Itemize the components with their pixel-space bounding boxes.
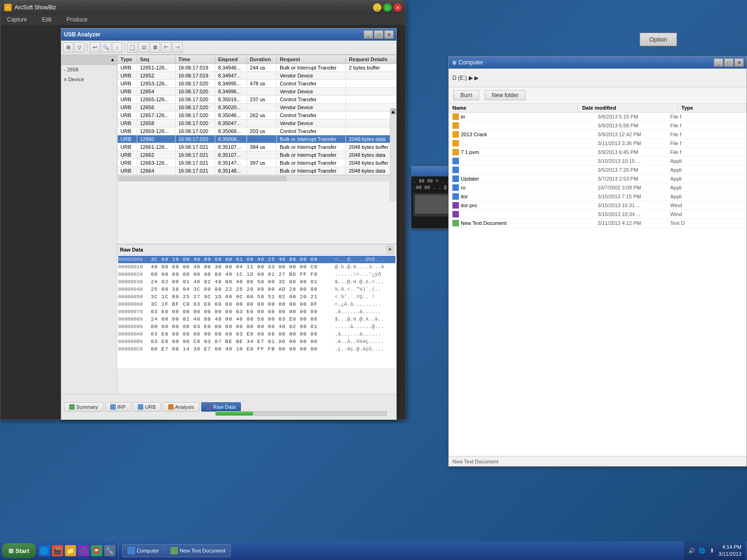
usb-table-scroll[interactable]: Type Seq Time Elapsed Duration Request R… bbox=[117, 55, 396, 269]
arcsoft-maximize-btn[interactable]: □ bbox=[383, 3, 392, 12]
table-row[interactable]: URB 12651-126... 16:06:17.019 8.34946...… bbox=[118, 64, 396, 72]
hex-row[interactable]: 00000050 3C 1C 80 25 27 9C 1D 60 0C 00 5… bbox=[118, 293, 395, 301]
toolbar-clip-btn[interactable]: 📋 bbox=[127, 42, 138, 53]
tray-network-icon[interactable]: 🌐 bbox=[698, 547, 705, 554]
arcsoft-menu-produce[interactable]: Produce bbox=[63, 15, 90, 24]
col-type[interactable]: Type bbox=[678, 104, 747, 112]
usb-minimize-btn[interactable]: _ bbox=[364, 30, 373, 39]
hex-row[interactable]: 00000040 25 08 38 04 3C 09 80 22 25 29 6… bbox=[118, 286, 395, 293]
usb-close-btn[interactable]: ✕ bbox=[384, 30, 394, 39]
hex-row[interactable]: 00000080 24 08 00 01 40 88 48 00 40 80 5… bbox=[118, 315, 395, 323]
tab-urb[interactable]: URB bbox=[133, 402, 161, 412]
hex-row[interactable]: 000000C0 80 E7 00 14 30 E7 00 40 10 E0 F… bbox=[118, 345, 395, 353]
col-request[interactable]: Request bbox=[277, 55, 346, 64]
ql-folder-icon[interactable]: 📁 bbox=[65, 545, 76, 556]
list-item[interactable]: 2013 Crack 3/9/2013 12:42 PM File f bbox=[449, 130, 747, 139]
col-seq[interactable]: Seq bbox=[137, 55, 175, 64]
table-row[interactable]: URB 12658 16:06:17.020 8.35047... Vendor… bbox=[118, 119, 396, 127]
hex-row[interactable]: 00000000 3C 08 10 00 40 09 60 00 01 09 4… bbox=[118, 256, 395, 263]
list-item[interactable]: 7 1.pvm 3/9/2013 6:45 PM File f bbox=[449, 148, 747, 157]
list-item[interactable]: itor 3/10/2013 7:15 PM Appli bbox=[449, 192, 747, 201]
explorer-minimize-btn[interactable]: _ bbox=[714, 58, 723, 67]
table-row[interactable]: URB 12657-126... 16:06:17.020 8.35046...… bbox=[118, 112, 396, 119]
table-row[interactable]: URB 12653-126... 16:06:17.020 8.34995...… bbox=[118, 80, 396, 88]
list-item[interactable]: 3/9/2013 6:58 PM File f bbox=[449, 121, 747, 130]
table-hscroll[interactable]: ▶ bbox=[117, 175, 396, 182]
explorer-maximize-btn[interactable]: □ bbox=[724, 58, 733, 67]
toolbar-up-btn[interactable]: ↑ bbox=[112, 42, 122, 53]
hex-row[interactable]: 00000030 24 02 00 01 40 82 48 00 40 80 5… bbox=[118, 278, 395, 286]
tab-summary[interactable]: Summary bbox=[64, 402, 103, 412]
hex-content[interactable]: 00000000 3C 08 10 00 40 09 60 00 01 09 4… bbox=[117, 255, 396, 368]
table-row[interactable]: URB 12662 16:06:17.021 8.35107... Bulk o… bbox=[118, 151, 396, 159]
toolbar-sq2-btn[interactable]: ⊠ bbox=[150, 42, 160, 53]
hscroll-thumb[interactable] bbox=[119, 176, 287, 181]
burn-button[interactable]: Burn bbox=[453, 90, 479, 100]
list-item[interactable]: 3/10/2013 10:34 ... Wind bbox=[449, 210, 747, 219]
list-item[interactable]: Updater 3/7/2013 2:53 PM Appli bbox=[449, 175, 747, 183]
list-item[interactable]: ro 10/7/2002 3:09 PM Appli bbox=[449, 183, 747, 192]
toolbar-sq3-btn[interactable]: ⊢ bbox=[161, 42, 171, 53]
table-row[interactable]: URB 12659-126... 16:06:17.020 8.35068...… bbox=[118, 127, 396, 135]
col-duration[interactable]: Duration bbox=[247, 55, 277, 64]
ql-settings-icon[interactable]: 🔧 bbox=[104, 545, 115, 556]
toolbar-filter-btn[interactable]: ▽ bbox=[74, 42, 85, 53]
file-icon bbox=[452, 140, 459, 147]
arcsoft-menu-edit[interactable]: Edit bbox=[39, 15, 55, 24]
col-date[interactable]: Date modified bbox=[578, 104, 678, 112]
table-row[interactable]: URB 12664 16:06:17.021 8.35148... Bulk o… bbox=[118, 167, 396, 175]
hex-row[interactable]: 000000A0 03 E0 00 08 00 00 00 00 03 E0 0… bbox=[118, 330, 395, 338]
tab-rawdata[interactable]: Raw Data bbox=[201, 402, 241, 412]
col-details[interactable]: Request Details bbox=[346, 55, 396, 64]
col-type[interactable]: Type bbox=[118, 55, 137, 64]
hex-row[interactable]: 00000070 03 E0 00 08 00 00 00 00 03 E0 0… bbox=[118, 308, 395, 315]
table-row[interactable]: URB 12654 16:06:17.020 8.34996... Vendor… bbox=[118, 88, 396, 96]
list-item[interactable]: 3/5/2013 7:26 PM Appli bbox=[449, 166, 747, 175]
hex-row[interactable]: 00000060 3C 1F BF C0 03 E0 00 08 00 00 0… bbox=[118, 301, 395, 308]
sidebar-item-2658[interactable]: - 2658 bbox=[61, 65, 117, 75]
list-item-new-text-doc[interactable]: New Text Document 3/11/2013 4:12 PM Text… bbox=[449, 219, 747, 228]
toolbar-sq4-btn[interactable]: ⊣ bbox=[172, 42, 183, 53]
sidebar-item-device[interactable]: n Device bbox=[61, 75, 117, 84]
table-row[interactable]: URB 12655-126... 16:06:17.020 8.35019...… bbox=[118, 96, 396, 104]
list-item[interactable]: itor-pro 3/10/2013 10:31 ... Wind bbox=[449, 201, 747, 210]
toolbar-search-btn[interactable]: 🔍 bbox=[101, 42, 111, 53]
ql-ie-icon[interactable]: 🌐 bbox=[39, 545, 50, 556]
list-item[interactable]: 3/10/2013 10:15 ... Appli bbox=[449, 157, 747, 166]
taskbar-item-computer[interactable]: Computer bbox=[122, 544, 164, 557]
usb-maximize-btn[interactable]: □ bbox=[374, 30, 383, 39]
tray-volume-icon[interactable]: 🔊 bbox=[688, 547, 695, 554]
tray-arrow-icon[interactable]: ⬆ bbox=[708, 547, 716, 554]
table-row[interactable]: URB 12661-126... 16:06:17.021 8.35107...… bbox=[118, 143, 396, 151]
explorer-close-btn[interactable]: ✕ bbox=[734, 58, 744, 67]
taskbar-item-textdoc[interactable]: New Text Document bbox=[165, 544, 231, 557]
tab-analysis[interactable]: Analysis bbox=[163, 402, 199, 412]
col-elapsed[interactable]: Elapsed bbox=[215, 55, 247, 64]
toolbar-grid-btn[interactable]: ⊞ bbox=[63, 42, 73, 53]
ql-music-icon[interactable]: 🎵 bbox=[78, 545, 89, 556]
start-button[interactable]: ⊞ Start bbox=[2, 543, 36, 558]
arcsoft-minimize-btn[interactable]: _ bbox=[373, 3, 381, 12]
option-button[interactable]: Option bbox=[640, 33, 677, 46]
toolbar-back-btn[interactable]: ↩ bbox=[90, 42, 100, 53]
tab-irp[interactable]: IRP bbox=[105, 402, 131, 412]
ql-media-icon[interactable]: 🎬 bbox=[52, 545, 63, 556]
col-name[interactable]: Name bbox=[449, 104, 578, 112]
list-item[interactable]: 3/11/2013 3:36 PM File f bbox=[449, 139, 747, 148]
hex-row[interactable]: 000000B0 03 E0 00 08 C0 03 07 BE BE 34 E… bbox=[118, 338, 395, 345]
table-row[interactable]: URB 12656 16:06:17.020 8.35020... Vendor… bbox=[118, 104, 396, 112]
toolbar-sq1-btn[interactable]: ⊡ bbox=[139, 42, 149, 53]
hex-close-btn[interactable]: ✕ bbox=[386, 246, 394, 253]
hex-row[interactable]: 00000010 40 80 68 00 40 80 30 00 04 11 0… bbox=[118, 263, 395, 271]
table-row[interactable]: URB 12663-126... 16:06:17.021 8.35147...… bbox=[118, 159, 396, 167]
hex-row[interactable]: 00000090 00 00 00 00 03 E0 00 08 00 00 0… bbox=[118, 323, 395, 330]
ql-mail-icon[interactable]: 📮 bbox=[91, 545, 102, 556]
new-folder-button[interactable]: New folder bbox=[485, 90, 525, 100]
col-time[interactable]: Time bbox=[175, 55, 215, 64]
table-row[interactable]: URB 12652 16:06:17.019 8.34947... Vendor… bbox=[118, 72, 396, 80]
arcsoft-menu-capture[interactable]: Capture bbox=[4, 15, 30, 24]
arcsoft-close-btn[interactable]: ✕ bbox=[394, 3, 402, 12]
table-row[interactable]: URB 12660 16:06:17.020 8.35068... Bulk o… bbox=[118, 135, 396, 143]
list-item[interactable]: er 3/8/2013 5:15 PM File f bbox=[449, 112, 747, 121]
hex-row[interactable]: 00000020 00 00 00 00 00 80 80 40 1C 1D 8… bbox=[118, 271, 395, 278]
